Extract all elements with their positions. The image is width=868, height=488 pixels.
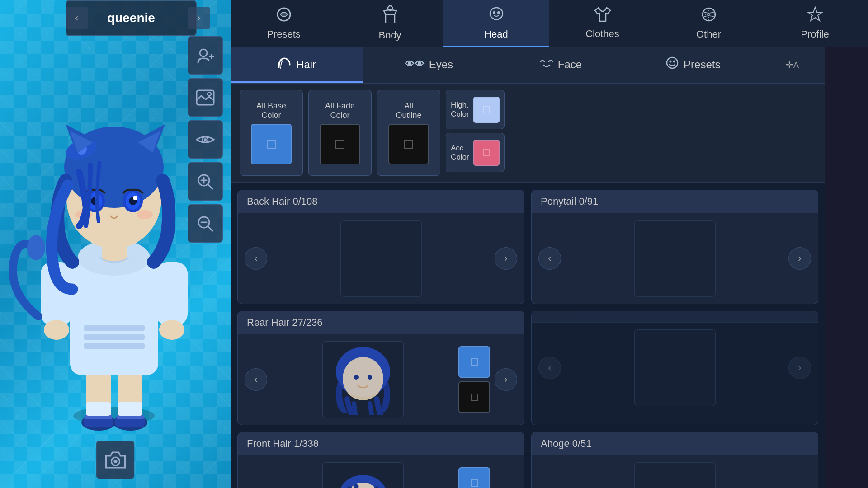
sub-tab-extra[interactable]: ✛ A (759, 47, 825, 83)
char-nav-right-button[interactable]: › (188, 7, 210, 29)
highlight-inner (483, 106, 490, 113)
ponytail-right-header (532, 311, 818, 323)
tab-body[interactable]: Body (337, 0, 443, 47)
svg-point-47 (204, 138, 207, 141)
tab-head[interactable]: Head (443, 0, 549, 47)
sub-tabs-row: Hair Eyes Face (231, 47, 825, 84)
svg-line-54 (208, 226, 212, 231)
svg-marker-66 (808, 7, 822, 21)
svg-point-63 (703, 8, 715, 21)
extra-icon: ✛ (785, 59, 793, 71)
scene-button[interactable] (188, 78, 223, 117)
svg-point-67 (408, 61, 411, 65)
tab-profile[interactable]: Profile (762, 0, 868, 47)
svg-point-62 (497, 11, 500, 14)
main-content-area: Hair Eyes Face (231, 47, 825, 488)
svg-point-73 (343, 357, 383, 400)
all-outline-swatch[interactable] (388, 124, 429, 164)
hair-row-2: Rear Hair 27/236 ‹ (237, 311, 818, 425)
front-hair-colors (458, 467, 490, 488)
all-outline-button[interactable]: All Outline (377, 90, 440, 176)
visibility-button[interactable] (188, 120, 223, 159)
rear-hair-image-box (322, 341, 404, 418)
color-controls-row: All Base Color All Fade Color All Outlin… (231, 84, 825, 183)
hair-sections-grid: Back Hair 0/108 ‹ › Ponytail 0/91 ‹ (231, 183, 825, 488)
back-hair-next[interactable]: › (495, 247, 517, 270)
body-tab-label: Body (378, 29, 401, 41)
all-fade-color-button[interactable]: All Fade Color (308, 90, 372, 176)
rear-hair-prev[interactable]: ‹ (245, 368, 267, 391)
extra-label: A (793, 61, 799, 70)
back-hair-prev[interactable]: ‹ (245, 247, 267, 270)
svg-rect-9 (86, 402, 111, 416)
ponytail2-prev[interactable]: ‹ (538, 357, 561, 379)
ponytail2-preview (566, 329, 784, 406)
tab-clothes[interactable]: Clothes (549, 0, 656, 47)
ponytail-header: Ponytail 0/91 (532, 190, 818, 213)
presets-tab-label: Presets (267, 28, 301, 40)
ponytail-section: Ponytail 0/91 ‹ › (531, 190, 818, 304)
clothes-icon (594, 7, 611, 25)
zoom-in-button[interactable] (188, 162, 223, 201)
all-base-swatch[interactable] (251, 124, 292, 164)
svg-point-45 (208, 92, 211, 96)
sub-tab-hair[interactable]: Hair (231, 47, 363, 83)
rear-base-inner (471, 358, 478, 366)
back-hair-empty (340, 220, 422, 297)
head-tab-label: Head (484, 28, 508, 40)
ponytail2-next[interactable]: › (788, 357, 811, 379)
profile-icon (807, 6, 823, 26)
highlight-color-button[interactable]: High. Color (446, 90, 505, 129)
tab-other[interactable]: Other (656, 0, 762, 47)
body-icon (383, 5, 397, 27)
svg-rect-14 (84, 343, 145, 349)
character-preview-panel: ‹ queenie › (0, 0, 231, 488)
all-base-color-button[interactable]: All Base Color (240, 90, 303, 176)
rear-hair-section: Rear Hair 27/236 ‹ (237, 311, 524, 425)
accent-color-button[interactable]: Acc. Color (446, 133, 505, 172)
ponytail-prev[interactable]: ‹ (538, 247, 561, 270)
swatch-inner-2 (335, 140, 344, 149)
rear-hair-base-swatch[interactable] (458, 346, 490, 378)
front-base-inner (471, 479, 478, 487)
presets-subtab-label: Presets (684, 58, 720, 71)
other-icon (701, 6, 717, 26)
presets-subtab-icon (665, 56, 679, 73)
sub-tab-face[interactable]: Face (495, 47, 627, 83)
ponytail-empty (634, 220, 716, 297)
add-character-button[interactable] (188, 36, 223, 75)
svg-point-75 (368, 375, 372, 380)
ponytail-next[interactable]: › (788, 247, 811, 270)
char-nav-left-button[interactable]: ‹ (66, 7, 88, 29)
highlight-swatch[interactable] (473, 97, 500, 123)
accent-swatch[interactable] (473, 140, 500, 166)
ponytail-preview (566, 220, 784, 297)
sub-tab-presets[interactable]: Presets (627, 47, 759, 83)
front-hair-title: Front Hair 1/338 (247, 438, 319, 449)
svg-point-56 (113, 460, 117, 463)
hair-row-3: Front Hair 1/338 ‹ (237, 432, 818, 488)
sidebar-icon-panel (188, 36, 224, 243)
front-hair-base-swatch[interactable] (458, 467, 490, 488)
svg-rect-10 (118, 402, 142, 416)
sub-tab-eyes[interactable]: Eyes (363, 47, 495, 83)
zoom-out-button[interactable] (188, 204, 223, 243)
accent-inner (483, 149, 490, 156)
presets-icon (276, 6, 292, 26)
rear-hair-fade-swatch[interactable] (458, 381, 490, 413)
ponytail-right-section: ‹ › (531, 311, 818, 425)
svg-point-36 (137, 210, 153, 219)
ponytail-body: ‹ › (532, 213, 818, 304)
front-hair-body: ‹ (238, 455, 524, 488)
rear-hair-next[interactable]: › (495, 368, 517, 391)
all-fade-swatch[interactable] (320, 124, 360, 164)
svg-point-61 (493, 11, 495, 14)
hair-row-1: Back Hair 0/108 ‹ › Ponytail 0/91 ‹ (237, 190, 818, 304)
svg-point-20 (27, 235, 45, 260)
rear-hair-preview (272, 341, 454, 418)
svg-point-41 (200, 49, 207, 56)
camera-button[interactable] (96, 441, 135, 479)
rear-hair-header: Rear Hair 27/236 (238, 311, 524, 334)
tab-presets[interactable]: Presets (231, 0, 337, 47)
side-color-buttons: High. Color Acc. Color (446, 90, 505, 176)
